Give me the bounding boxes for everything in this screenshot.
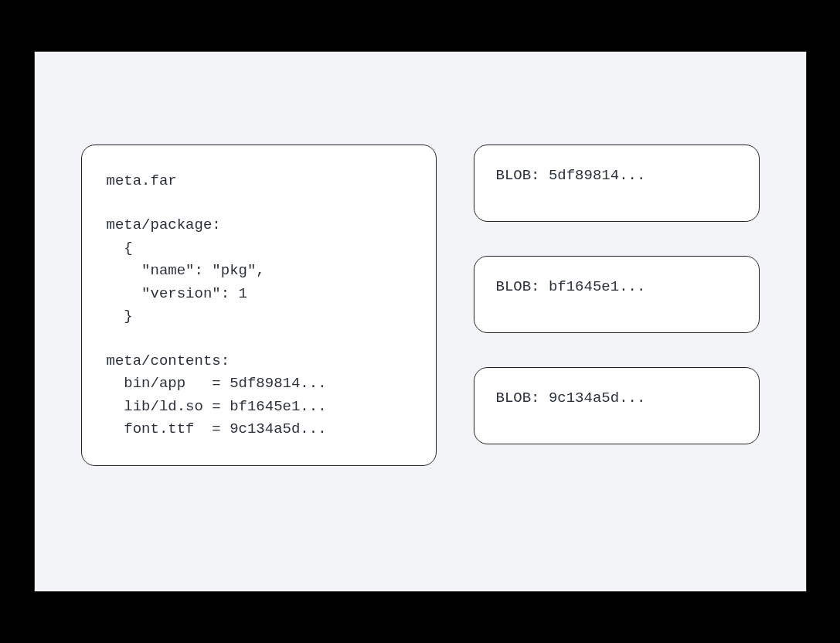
diagram-frame: meta.far meta/package: { "name": "pkg", … [34, 51, 807, 592]
blob-label: BLOB: bf1645e1... [496, 278, 646, 295]
blob-label: BLOB: 9c134a5d... [496, 390, 646, 407]
meta-contents-section: meta/contents: bin/app = 5df89814... lib… [107, 350, 411, 441]
meta-contents-body: bin/app = 5df89814... lib/ld.so = bf1645… [107, 373, 411, 441]
blob-box-1: BLOB: bf1645e1... [474, 256, 760, 333]
meta-contents-header: meta/contents: [107, 350, 411, 373]
meta-far-title-text: meta.far [107, 170, 411, 192]
meta-far-title: meta.far [107, 170, 411, 192]
blob-label: BLOB: 5df89814... [496, 167, 646, 184]
blob-box-2: BLOB: 9c134a5d... [474, 367, 760, 444]
blob-column: BLOB: 5df89814... BLOB: bf1645e1... BLOB… [474, 145, 760, 444]
meta-package-header: meta/package: [107, 214, 411, 236]
meta-far-box: meta.far meta/package: { "name": "pkg", … [81, 145, 437, 466]
meta-package-body: { "name": "pkg", "version": 1 } [107, 237, 411, 328]
meta-package-section: meta/package: { "name": "pkg", "version"… [107, 214, 411, 328]
blob-box-0: BLOB: 5df89814... [474, 145, 760, 222]
